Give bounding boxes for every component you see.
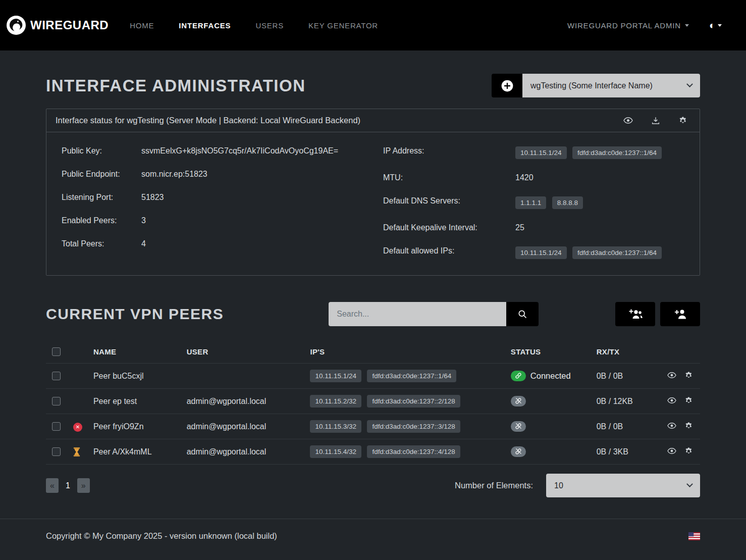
peer-row-checkbox[interactable] (52, 447, 61, 456)
theme-toggle[interactable]: ◐ (709, 20, 722, 30)
peers-header: CURRENT VPN PEERS (46, 302, 700, 326)
select-all-checkbox[interactable] (52, 347, 61, 356)
eye-icon (667, 446, 676, 455)
main-nav: HOME INTERFACES USERS KEY GENERATOR (130, 21, 378, 30)
theme-half-circle-icon: ◐ (709, 20, 715, 30)
peer-ip-badge: 10.11.15.3/32 (310, 420, 361, 433)
nav-item-users[interactable]: USERS (255, 21, 284, 30)
pagination-prev[interactable]: « (46, 478, 59, 493)
peer-rxtx: 0B / 3KB (597, 447, 628, 456)
search-icon (517, 309, 527, 319)
field-allowed-ips: Default allowed IPs: 10.11.15.1/24 fdfd:… (383, 246, 684, 259)
status-flag-column-header (69, 340, 89, 364)
view-interface-config-button[interactable] (623, 116, 633, 125)
peer-view-button[interactable] (667, 421, 676, 430)
peer-rxtx: 0B / 0B (597, 372, 623, 380)
status-disconnected-icon (511, 446, 526, 457)
interface-settings-button[interactable] (678, 116, 687, 125)
peer-user: admin@wgportal.local (187, 397, 267, 405)
peer-row-checkbox[interactable] (52, 422, 61, 431)
peer-settings-button[interactable] (684, 422, 693, 430)
elements-select[interactable]: 10 (546, 474, 700, 497)
enabled-peers-value: 3 (141, 216, 146, 225)
elements-label: Number of Elements: (455, 481, 533, 490)
add-multiple-peers-button[interactable] (615, 302, 655, 326)
ip-badge: fdfd:d3ad:c0de:1237::1/64 (572, 146, 662, 159)
nav-item-home[interactable]: HOME (130, 21, 154, 30)
interface-details-left: Public Key: ssvmEelxG+k8jsNO5G7cq5r/Ak7I… (62, 146, 363, 273)
status-connected-icon (511, 371, 526, 381)
gear-icon (684, 371, 693, 380)
column-header-actions (657, 340, 700, 364)
brand-link[interactable]: WIREGUARD (6, 15, 109, 35)
caret-down-icon (685, 24, 689, 27)
search-input[interactable] (329, 302, 506, 326)
peer-flag-cell (69, 364, 89, 389)
search-button[interactable] (506, 302, 539, 326)
add-peer-icon (674, 308, 687, 320)
peer-name: Peer fryiO9Zn (93, 422, 144, 431)
interface-status-card: Interface status for wgTesting (Server M… (46, 109, 700, 276)
interface-select-value: wgTesting (Some Interface Name) (530, 81, 653, 90)
peer-ip-badge: fdfd:d3ad:c0de:1237::4/128 (367, 445, 460, 458)
field-enabled-peers: Enabled Peers: 3 (62, 216, 363, 225)
peer-view-button[interactable] (667, 396, 676, 405)
peer-pending-icon (73, 447, 85, 456)
status-label: Connected (530, 371, 571, 381)
page-title: INTERFACE ADMINISTRATION (46, 76, 305, 95)
peer-flag-cell (69, 389, 89, 414)
peer-ip-badge: 10.11.15.4/32 (310, 445, 361, 458)
peer-ip-badge: 10.11.15.2/32 (310, 395, 361, 408)
peer-ip-badge: fdfd:d3ad:c0de:1237::1/64 (367, 370, 456, 382)
status-disconnected-icon (511, 421, 526, 432)
pagination-page-1[interactable]: 1 (61, 478, 75, 493)
top-navbar: WIREGUARD HOME INTERFACES USERS KEY GENE… (0, 0, 746, 50)
peer-rxtx: 0B / 12KB (597, 397, 633, 405)
peer-settings-button[interactable] (684, 447, 693, 455)
keepalive-value: 25 (515, 223, 524, 232)
interface-card-body: Public Key: ssvmEelxG+k8jsNO5G7cq5r/Ak7I… (46, 132, 700, 275)
column-header-ips: IP'S (306, 340, 506, 364)
peer-ip-badge: 10.11.15.1/24 (310, 370, 361, 382)
wireguard-logo-icon (6, 15, 26, 35)
eye-icon (623, 116, 633, 125)
search-group (329, 302, 539, 326)
peer-add-buttons (615, 302, 700, 326)
ip-badge: 10.11.15.1/24 (515, 146, 567, 159)
interface-card-title: Interface status for wgTesting (Server M… (56, 116, 360, 125)
column-header-rxtx: RX/TX (593, 340, 657, 364)
status-disconnected-icon (511, 396, 526, 406)
nav-item-key-generator[interactable]: KEY GENERATOR (308, 21, 378, 30)
allowed-ip-badge: 10.11.15.1/24 (515, 246, 567, 259)
peer-settings-button[interactable] (684, 396, 693, 405)
elements-select-value: 10 (554, 481, 563, 490)
interface-select[interactable]: wgTesting (Some Interface Name) (522, 74, 700, 97)
peer-row-checkbox[interactable] (52, 397, 61, 405)
add-interface-button[interactable] (492, 74, 522, 97)
column-header-user: USER (183, 340, 306, 364)
peer-view-button[interactable] (667, 446, 676, 455)
total-peers-value: 4 (141, 239, 146, 248)
download-icon (651, 116, 660, 125)
download-config-button[interactable] (651, 116, 660, 125)
gear-icon (678, 116, 687, 125)
peer-name: Peer ep test (93, 397, 137, 405)
pagination-next[interactable]: » (77, 478, 90, 493)
peer-user: admin@wgportal.local (187, 422, 267, 431)
column-header-status: STATUS (507, 340, 593, 364)
copyright-text: Copyright © My Company 2025 - version un… (46, 531, 277, 541)
gear-icon (684, 447, 693, 455)
table-footer-row: « 1 » Number of Elements: 10 (46, 474, 700, 497)
add-peer-button[interactable] (660, 302, 700, 326)
add-peers-group-icon (628, 308, 643, 320)
peer-row-checkbox[interactable] (52, 372, 61, 380)
pagination: « 1 » (46, 478, 90, 493)
language-switcher[interactable] (688, 532, 700, 540)
peer-row: Peer ep test admin@wgportal.local 10.11.… (46, 389, 700, 414)
user-menu[interactable]: WIREGUARD PORTAL ADMIN (567, 21, 689, 30)
peer-view-button[interactable] (667, 371, 676, 380)
eye-icon (667, 396, 676, 405)
peer-row: ✕ Peer fryiO9Zn admin@wgportal.local 10.… (46, 414, 700, 439)
nav-item-interfaces[interactable]: INTERFACES (179, 21, 231, 30)
peer-settings-button[interactable] (684, 371, 693, 380)
